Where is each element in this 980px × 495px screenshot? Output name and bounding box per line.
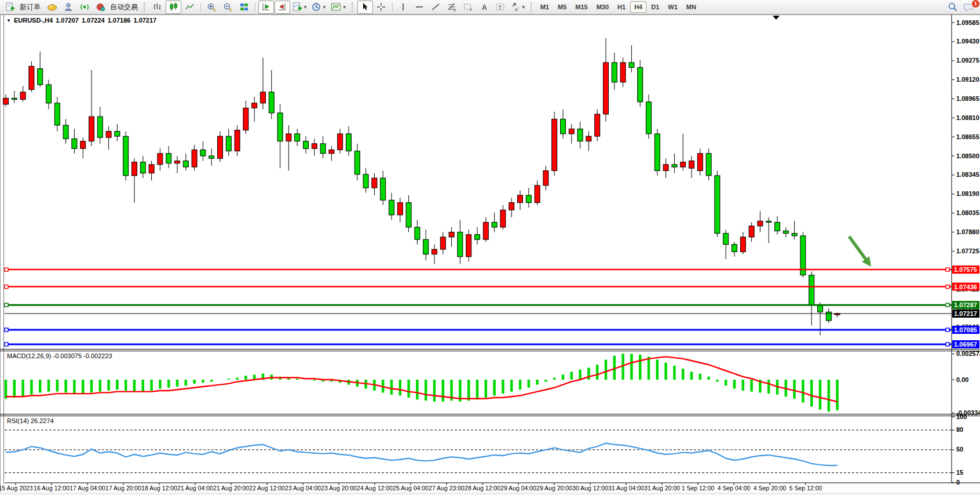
arrows-button[interactable]: ▼	[509, 1, 528, 14]
new-order-label[interactable]: 新订单	[19, 2, 43, 12]
price-tag-1.07287: 1.07287	[952, 301, 979, 309]
candlestick-chart-button[interactable]	[166, 1, 181, 14]
trendline-button[interactable]	[428, 1, 444, 14]
tile-windows-button[interactable]	[236, 1, 252, 14]
hline-handle[interactable]	[946, 285, 949, 289]
candle-body	[303, 141, 309, 149]
macd-tick-label: 0.00	[956, 376, 968, 383]
price-tick-label: 1.08810	[956, 114, 979, 121]
fibo-grid-button[interactable]: F	[460, 1, 476, 14]
time-tick-label: 25 Aug 04:00	[393, 485, 429, 492]
hline-handle[interactable]	[946, 328, 949, 332]
tab-timeframe-h1[interactable]: H1	[613, 1, 630, 13]
search-button[interactable]	[945, 1, 960, 14]
toolbar-grip[interactable]	[144, 2, 147, 12]
candle-body	[277, 113, 283, 141]
candle-body	[466, 235, 471, 257]
candle-body	[200, 150, 206, 156]
time-tick-label: 28 Aug 12:00	[465, 485, 500, 492]
candle-body	[423, 239, 429, 254]
svg-text:1.06967: 1.06967	[954, 341, 977, 348]
hline-handle[interactable]	[5, 328, 8, 332]
candle-body	[612, 63, 617, 82]
cursor-button[interactable]	[357, 1, 373, 14]
chat-button[interactable]: 1	[961, 1, 977, 14]
bar-chart-button[interactable]	[149, 1, 165, 14]
candle-body	[758, 221, 763, 225]
tab-timeframe-d1[interactable]: D1	[647, 1, 663, 13]
market-watch-button[interactable]	[44, 1, 60, 14]
autoscroll-button[interactable]	[258, 1, 274, 14]
profile-button[interactable]	[60, 1, 76, 14]
text-button[interactable]: A	[477, 1, 492, 14]
hline-handle[interactable]	[5, 343, 8, 346]
candle-body	[286, 134, 291, 141]
chart-canvas[interactable]: 1.095851.094301.092751.091201.089651.088…	[0, 14, 980, 495]
new-order-button[interactable]	[2, 1, 18, 14]
autotrade-button[interactable]	[93, 1, 108, 14]
chart-shift-icon	[277, 2, 287, 12]
chart-menu-icon[interactable]: ▼	[6, 18, 11, 23]
toolbar-grip[interactable]	[352, 2, 354, 12]
ohlc-high: 1.07224	[82, 17, 105, 24]
hline-handle[interactable]	[946, 268, 949, 271]
svg-text:A: A	[482, 3, 487, 12]
autotrade-label[interactable]: 自动交易	[109, 2, 141, 12]
clock-icon	[312, 2, 321, 12]
zoom-in-button[interactable]	[204, 1, 220, 14]
svg-text:E: E	[454, 8, 456, 12]
time-tick-label: 29 Aug 20:00	[536, 485, 572, 492]
tab-timeframe-m15[interactable]: M15	[571, 1, 591, 13]
tab-timeframe-m1[interactable]: M1	[536, 1, 553, 13]
tab-timeframe-mn[interactable]: MN	[682, 1, 700, 13]
text-label-button[interactable]: T	[493, 1, 509, 14]
candle-body	[218, 136, 223, 158]
tab-timeframe-m5[interactable]: M5	[554, 1, 571, 13]
hline-handle[interactable]	[946, 303, 949, 307]
tab-timeframe-h4[interactable]: H4	[630, 1, 646, 13]
line-chart-button[interactable]	[182, 1, 198, 14]
hline-handle[interactable]	[5, 268, 8, 271]
zoom-out-button[interactable]	[220, 1, 236, 14]
candle-body	[372, 178, 377, 188]
candle-body	[475, 235, 480, 239]
chart-title: ▼ EURUSD-,H4 1.07207 1.07224 1.07186 1.0…	[6, 17, 156, 24]
time-tick-label: 16 Aug 12:00	[34, 485, 70, 492]
hline-handle[interactable]	[5, 303, 8, 307]
tab-timeframe-w1[interactable]: W1	[664, 1, 682, 13]
svg-text:1.07085: 1.07085	[954, 326, 977, 333]
time-tick-label: 4 Sep 20:00	[754, 485, 787, 492]
time-tick-label: 23 Aug 04:00	[285, 485, 321, 492]
crosshair-button[interactable]	[374, 1, 389, 14]
toolbar-grip[interactable]	[531, 2, 533, 12]
templates-button[interactable]: ▼	[329, 1, 349, 14]
time-tick-label: 24 Aug 12:00	[357, 485, 393, 492]
candle-body	[363, 174, 368, 188]
hline-handle[interactable]	[946, 343, 949, 346]
candle-body	[63, 125, 68, 139]
tab-timeframe-m30[interactable]: M30	[593, 1, 613, 13]
price-tick-label: 1.09430	[956, 38, 979, 45]
fibonacci-button[interactable]: E	[444, 1, 460, 14]
broadcast-button[interactable]	[76, 1, 92, 14]
indicators-button[interactable]: ▼	[291, 1, 309, 14]
candle-body	[646, 102, 652, 134]
autoscroll-icon	[261, 2, 271, 12]
crosshair-icon	[376, 2, 386, 12]
rsi-tick-label: 0	[956, 479, 960, 486]
fibo-grid-icon: F	[463, 2, 473, 12]
vertical-line-icon	[399, 2, 407, 12]
candle-body	[166, 154, 171, 163]
vertical-line-button[interactable]	[396, 1, 411, 14]
macd-label: MACD(12,26,9) -0.003075 -0.002223	[7, 352, 112, 359]
candle-body	[243, 108, 248, 130]
horizontal-line-button[interactable]	[412, 1, 427, 14]
notification-badge[interactable]: 1	[971, 0, 980, 8]
periods-button[interactable]: ▼	[310, 1, 328, 14]
hline-handle[interactable]	[5, 285, 8, 289]
time-tick-label: 17 Aug 04:00	[70, 485, 105, 492]
candle-body	[115, 132, 120, 136]
chart-shift-button[interactable]	[275, 1, 290, 14]
candle-body	[209, 156, 214, 158]
price-tick-label: 1.08190	[956, 190, 979, 197]
